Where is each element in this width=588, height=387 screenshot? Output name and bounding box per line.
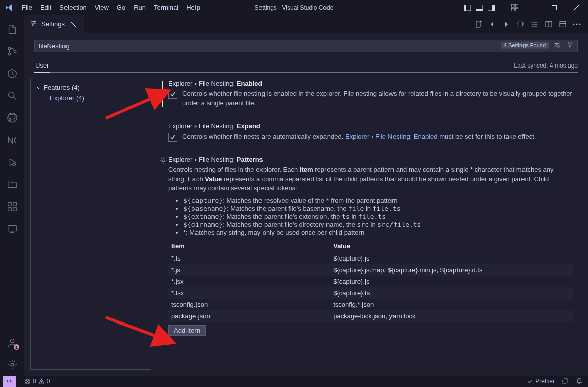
folder-icon[interactable] [0, 173, 24, 196]
list-item: *: Matches any string, may only be used … [183, 229, 573, 236]
svg-point-36 [34, 23, 35, 24]
svg-point-53 [576, 23, 578, 25]
layout-right-icon[interactable] [487, 4, 496, 12]
table-row[interactable]: package.jsonpackage-lock.json, yarn.lock [168, 310, 573, 322]
pattern-item: *.js [168, 264, 330, 276]
split-editor-icon[interactable] [544, 19, 554, 29]
timeline-icon[interactable] [0, 62, 24, 85]
svg-point-30 [10, 339, 14, 343]
prev-icon[interactable] [487, 19, 497, 29]
menu-help[interactable]: Help [182, 0, 204, 15]
more-actions-icon[interactable] [572, 19, 582, 29]
link-file-nesting-enabled[interactable]: Explorer › File Nesting: Enabled [345, 133, 438, 140]
settings-gear-icon[interactable] [0, 354, 24, 376]
list-item: ${basename}: Matches the parent file's b… [183, 205, 573, 212]
svg-rect-1 [464, 5, 466, 11]
list-icon[interactable] [530, 19, 540, 29]
add-item-button[interactable]: Add Item [168, 325, 206, 336]
problems-status[interactable]: 0 0 [24, 378, 50, 385]
table-row[interactable]: *.jsx${capture}.js [168, 276, 573, 287]
remote-indicator[interactable] [3, 376, 16, 387]
search-icon[interactable] [0, 85, 24, 107]
settings-tab-icon [30, 20, 37, 28]
svg-point-18 [9, 92, 14, 98]
svg-point-52 [573, 23, 575, 25]
menu-view[interactable]: View [91, 0, 113, 15]
svg-rect-11 [552, 6, 557, 10]
svg-point-22 [13, 163, 15, 166]
filter-icon[interactable] [566, 40, 575, 49]
minimize-button[interactable] [521, 0, 543, 15]
settings-content[interactable]: Explorer › File Nesting: Enabled Control… [151, 73, 588, 376]
svg-point-31 [11, 363, 14, 366]
layout-bottom-icon[interactable] [475, 4, 484, 12]
customize-layout-icon[interactable] [510, 4, 519, 12]
remote-explorer-icon[interactable] [0, 218, 24, 240]
source-control-icon[interactable] [0, 40, 24, 62]
menu-file[interactable]: File [18, 0, 36, 15]
main-menu: File Edit Selection View Go Run Terminal… [18, 0, 204, 15]
pattern-value: ${capture}.js.map, ${capture}.min.js, ${… [330, 264, 573, 276]
nx-icon[interactable] [0, 129, 24, 151]
svg-point-46 [532, 24, 532, 24]
sync-status[interactable]: Last synced: 4 mos ago [514, 62, 578, 69]
close-tab-icon[interactable] [69, 20, 77, 28]
table-row[interactable]: *.js${capture}.js.map, ${capture}.min.js… [168, 264, 573, 276]
list-item: ${dirname}: Matches the parent file's di… [183, 221, 573, 228]
scope-tab-user[interactable]: User [34, 58, 50, 73]
layout-left-icon[interactable] [463, 4, 472, 12]
prettier-status[interactable]: Prettier [527, 378, 555, 385]
table-row[interactable]: *.ts${capture}.js [168, 252, 573, 265]
setting-title: Explorer › File Nesting: Enabled [168, 80, 573, 87]
new-file-icon[interactable] [473, 19, 483, 29]
gear-icon[interactable] [159, 157, 167, 166]
menu-run[interactable]: Run [129, 0, 150, 15]
clear-search-icon[interactable] [553, 40, 562, 49]
checkbox-expand[interactable] [168, 133, 177, 142]
svg-rect-8 [511, 8, 514, 11]
maximize-button[interactable] [544, 0, 565, 15]
svg-point-59 [556, 44, 557, 46]
pattern-item: *.tsx [168, 287, 330, 299]
menu-selection[interactable]: Selection [55, 0, 90, 15]
debug-icon[interactable] [0, 151, 24, 173]
github-icon[interactable] [0, 107, 24, 129]
menu-edit[interactable]: Edit [36, 0, 55, 15]
layout-icon[interactable] [558, 19, 568, 29]
next-icon[interactable] [501, 19, 511, 29]
setting-title: Explorer › File Nesting: Expand [168, 122, 573, 130]
tab-label: Settings [41, 20, 65, 28]
tab-settings[interactable]: Settings [24, 15, 85, 33]
bell-icon[interactable] [576, 378, 583, 385]
svg-rect-27 [8, 226, 17, 231]
toc-explorer[interactable]: Explorer (4) [31, 93, 151, 103]
toc-features[interactable]: Features (4) [31, 82, 151, 93]
editor-actions [473, 15, 588, 33]
results-count-badge: 4 Settings Found [501, 41, 549, 48]
svg-point-61 [162, 160, 164, 162]
error-count: 0 [33, 378, 36, 385]
activity-bar: 1 [0, 15, 24, 376]
extensions-icon[interactable] [0, 196, 24, 218]
settings-search-input[interactable] [34, 40, 578, 52]
pattern-value: package-lock.json, yarn.lock [330, 310, 573, 322]
table-row[interactable]: *.tsx${capture}.ts [168, 287, 573, 299]
close-button[interactable] [566, 0, 587, 15]
menu-go[interactable]: Go [113, 0, 129, 15]
svg-point-60 [558, 46, 559, 47]
column-value: Value [330, 240, 573, 252]
accounts-icon[interactable]: 1 [0, 332, 24, 354]
checkbox-enabled[interactable] [168, 90, 177, 99]
json-icon[interactable] [515, 19, 526, 29]
token-list: ${capture}: Matches the resolved value o… [183, 197, 573, 236]
window-title: Settings - Visual Studio Code [255, 4, 334, 11]
table-row[interactable]: tsconfig.jsontsconfig.*.json [168, 299, 573, 310]
svg-point-37 [32, 24, 33, 25]
settings-toc: Features (4) Explorer (4) [30, 79, 151, 370]
setting-file-nesting-expand: Explorer › File Nesting: Expand Controls… [158, 122, 573, 142]
feedback-icon[interactable] [562, 378, 569, 385]
svg-line-19 [14, 97, 16, 100]
svg-point-66 [41, 382, 42, 383]
menu-terminal[interactable]: Terminal [150, 0, 182, 15]
explorer-view-icon[interactable] [0, 18, 24, 40]
